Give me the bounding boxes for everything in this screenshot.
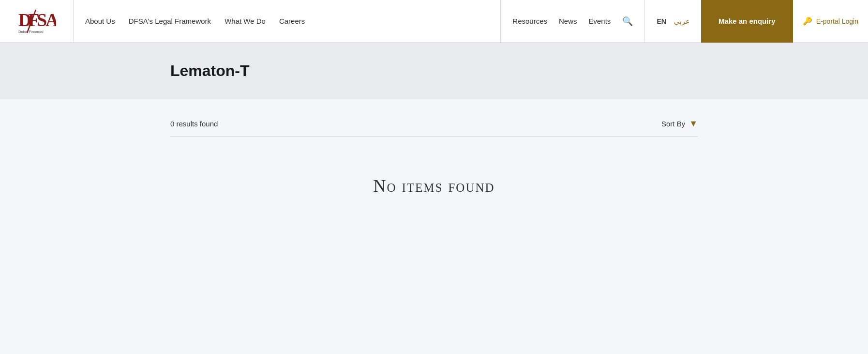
lang-ar-button[interactable]: عربي	[670, 15, 693, 27]
key-icon: 🔑	[803, 16, 812, 26]
page-title-band: Lematon-T	[0, 43, 868, 99]
results-bar: 0 results found Sort By ▼	[170, 119, 698, 137]
svg-text:Dubai Financial: Dubai Financial	[18, 30, 44, 34]
primary-nav: About Us DFSA's Legal Framework What We …	[74, 0, 501, 42]
nav-resources[interactable]: Resources	[512, 17, 547, 25]
site-header: D F S A Dubai Financial Services Authori…	[0, 0, 868, 43]
chevron-down-icon: ▼	[689, 119, 698, 129]
make-enquiry-button[interactable]: Make an enquiry	[701, 0, 793, 43]
svg-text:A: A	[45, 10, 56, 30]
eportal-login-label: E-portal Login	[816, 17, 858, 25]
sort-by-dropdown[interactable]: Sort By ▼	[661, 119, 698, 129]
lang-en-button[interactable]: EN	[653, 15, 670, 27]
results-count: 0 results found	[170, 120, 218, 128]
page-wrapper: Lematon-T 0 results found Sort By ▼ No i…	[0, 43, 868, 353]
nav-events[interactable]: Events	[589, 17, 611, 25]
search-icon: 🔍	[622, 16, 633, 26]
no-items-section: No items found	[170, 156, 698, 225]
no-items-message: No items found	[373, 176, 494, 196]
nav-news[interactable]: News	[559, 17, 577, 25]
page-title: Lematon-T	[170, 62, 698, 80]
sort-by-label: Sort By	[661, 120, 685, 128]
secondary-nav: Resources News Events 🔍	[501, 0, 644, 42]
svg-text:Services Authority: Services Authority	[18, 34, 47, 35]
language-switcher: EN عربي	[644, 0, 701, 42]
nav-what-we-do[interactable]: What We Do	[224, 17, 266, 25]
main-content: 0 results found Sort By ▼ No items found	[86, 99, 782, 254]
nav-careers[interactable]: Careers	[279, 17, 305, 25]
search-button[interactable]: 🔍	[622, 16, 633, 27]
dfsa-logo[interactable]: D F S A Dubai Financial Services Authori…	[17, 8, 56, 35]
nav-about-us[interactable]: About Us	[85, 17, 115, 25]
eportal-login-link[interactable]: 🔑 E-portal Login	[793, 16, 868, 26]
nav-legal-framework[interactable]: DFSA's Legal Framework	[129, 17, 211, 25]
logo-area: D F S A Dubai Financial Services Authori…	[0, 0, 74, 42]
